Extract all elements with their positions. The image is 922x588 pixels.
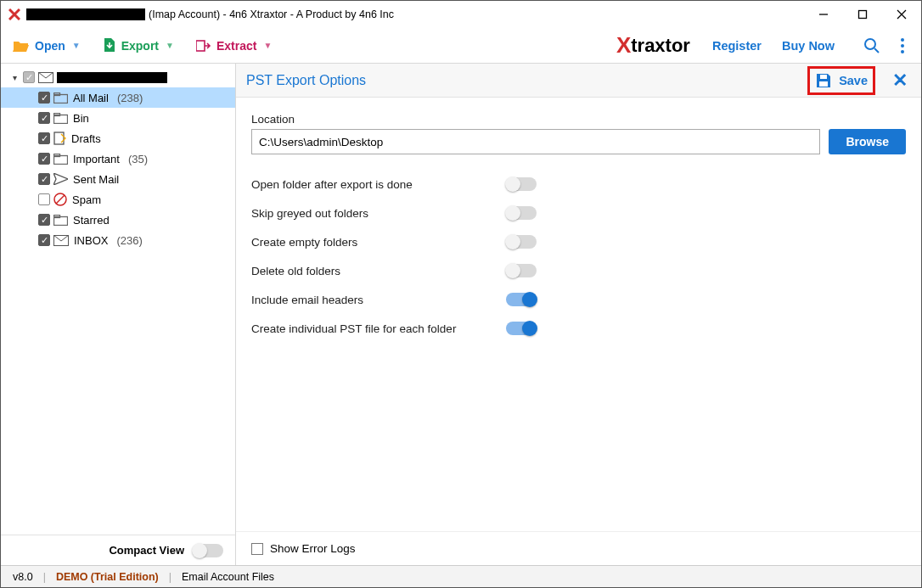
brand-text: traxtor — [631, 35, 690, 57]
extract-icon — [196, 39, 211, 53]
spam-icon — [53, 193, 67, 206]
folder-open-icon — [13, 39, 30, 53]
tree-item[interactable]: ✓Important(35) — [1, 148, 235, 169]
option-toggle[interactable] — [506, 293, 537, 306]
extract-menu-button[interactable]: Extract ▼ — [196, 39, 272, 53]
tree-item[interactable]: ✓Bin — [1, 108, 235, 128]
folder-checkbox[interactable]: ✓ — [38, 92, 50, 104]
option-toggle[interactable] — [506, 177, 537, 191]
folder-label: Drafts — [71, 132, 101, 145]
folder-checkbox[interactable] — [38, 193, 50, 205]
collapse-icon[interactable]: ▾ — [9, 73, 20, 82]
svg-rect-1 — [859, 11, 867, 19]
browse-button[interactable]: Browse — [829, 129, 906, 154]
open-menu-button[interactable]: Open ▼ — [13, 39, 81, 53]
option-row: Open folder after export is done — [251, 170, 906, 199]
option-label: Open folder after export is done — [251, 178, 506, 191]
buy-now-link[interactable]: Buy Now — [782, 39, 835, 53]
register-link[interactable]: Register — [712, 39, 762, 53]
folder-checkbox[interactable]: ✓ — [38, 234, 50, 246]
option-label: Create empty folders — [251, 236, 506, 249]
svg-line-17 — [56, 195, 65, 204]
folder-checkbox[interactable]: ✓ — [38, 132, 50, 144]
more-menu-button[interactable] — [889, 32, 916, 59]
folder-label: Sent Mail — [73, 173, 119, 186]
folder-icon — [53, 215, 68, 226]
folder-checkbox[interactable]: ✓ — [38, 214, 50, 226]
window-minimize-button[interactable] — [804, 1, 843, 28]
folder-label: INBOX — [74, 234, 108, 247]
folder-checkbox[interactable]: ✓ — [38, 112, 50, 124]
folder-count: (238) — [117, 92, 143, 104]
folder-checkbox[interactable]: ✓ — [38, 153, 50, 165]
chevron-down-icon: ▼ — [72, 41, 81, 50]
window-maximize-button[interactable] — [843, 1, 882, 28]
folder-sidebar: ▾ ✓ ✓All Mail(238)✓Bin✓Drafts✓Important(… — [1, 64, 236, 565]
search-button[interactable] — [858, 32, 885, 59]
draft-icon — [53, 132, 66, 145]
tree-item[interactable]: ✓Drafts — [1, 128, 235, 148]
export-label: Export — [121, 39, 159, 53]
folder-count: (35) — [128, 153, 148, 165]
option-row: Create individual PST file for each fold… — [251, 314, 906, 343]
option-label: Skip greyed out folders — [251, 207, 506, 220]
folder-count: (236) — [116, 234, 142, 247]
option-row: Delete old folders — [251, 256, 906, 285]
export-options-panel: PST Export Options Save ✕ Location Brows… — [236, 64, 921, 565]
root-checkbox[interactable]: ✓ — [23, 71, 35, 83]
option-toggle[interactable] — [506, 322, 537, 335]
panel-title: PST Export Options — [246, 73, 366, 88]
extract-label: Extract — [216, 39, 256, 53]
save-icon — [815, 72, 832, 89]
option-row: Skip greyed out folders — [251, 199, 906, 227]
option-row: Create empty folders — [251, 227, 906, 256]
window-close-button[interactable] — [882, 1, 921, 28]
svg-point-7 — [901, 50, 904, 53]
location-label: Location — [251, 113, 906, 126]
show-error-logs-label: Show Error Logs — [270, 542, 356, 555]
folder-label: Starred — [73, 214, 110, 227]
option-label: Delete old folders — [251, 265, 506, 277]
chevron-down-icon: ▼ — [263, 41, 272, 50]
compact-view-toggle[interactable] — [193, 544, 223, 557]
status-path: Email Account Files — [182, 571, 274, 583]
compact-view-bar: Compact View — [1, 535, 235, 565]
chevron-down-icon: ▼ — [166, 41, 174, 50]
version-label: v8.0 — [13, 571, 33, 583]
folder-checkbox[interactable]: ✓ — [38, 173, 50, 185]
option-toggle[interactable] — [506, 235, 537, 249]
option-label: Create individual PST file for each fold… — [251, 322, 506, 335]
tree-item[interactable]: ✓Starred — [1, 210, 235, 230]
folder-icon — [53, 154, 68, 165]
export-menu-button[interactable]: Export ▼ — [103, 38, 174, 53]
option-row: Include email headers — [251, 285, 906, 314]
folder-label: Spam — [72, 193, 101, 206]
edition-label: DEMO (Trial Edition) — [56, 571, 159, 583]
option-toggle[interactable] — [506, 264, 537, 277]
tree-root-row[interactable]: ▾ ✓ — [1, 67, 235, 87]
tree-item[interactable]: ✓INBOX(236) — [1, 230, 235, 250]
svg-line-4 — [874, 48, 879, 53]
panel-close-button[interactable]: ✕ — [889, 70, 911, 92]
save-button[interactable]: Save — [807, 66, 875, 95]
tree-item[interactable]: ✓All Mail(238) — [1, 87, 235, 108]
svg-rect-13 — [54, 132, 64, 144]
mail-icon — [53, 235, 69, 246]
sent-icon — [53, 173, 68, 185]
status-bar: v8.0 | DEMO (Trial Edition) | Email Acco… — [1, 565, 921, 587]
window-title: (Imap Account) - 4n6 Xtraxtor - A Produc… — [149, 8, 394, 20]
mail-icon — [38, 72, 53, 83]
tree-item[interactable]: Spam — [1, 189, 235, 210]
account-name-redacted — [26, 8, 145, 20]
option-toggle[interactable] — [506, 206, 537, 220]
location-input[interactable] — [251, 129, 820, 154]
show-error-logs-checkbox[interactable] — [251, 543, 263, 555]
folder-tree: ▾ ✓ ✓All Mail(238)✓Bin✓Drafts✓Important(… — [1, 64, 235, 535]
svg-rect-22 — [820, 75, 827, 79]
account-label-redacted — [57, 72, 167, 83]
content-area: ▾ ✓ ✓All Mail(238)✓Bin✓Drafts✓Important(… — [1, 64, 921, 565]
folder-icon — [53, 113, 68, 124]
svg-rect-21 — [819, 81, 828, 87]
brand-x-icon: X — [616, 32, 629, 59]
tree-item[interactable]: ✓Sent Mail — [1, 169, 235, 189]
